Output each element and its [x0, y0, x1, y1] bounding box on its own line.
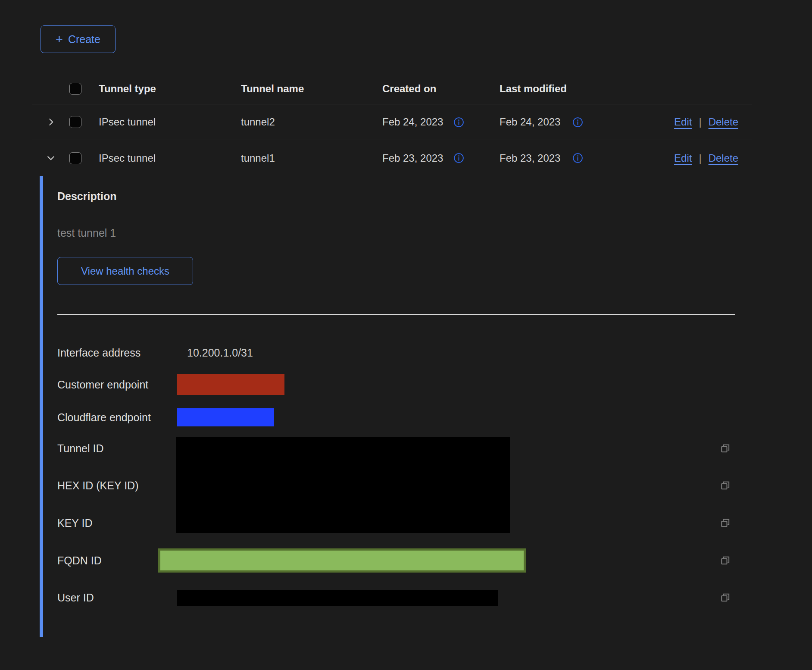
- key-id-label: KEY ID: [57, 517, 93, 529]
- created-on-cell: Feb 24, 2023: [382, 116, 443, 128]
- create-button[interactable]: + Create: [41, 25, 116, 53]
- user-id-label: User ID: [57, 592, 94, 604]
- fqdn-id-redacted-value: [158, 548, 526, 573]
- row-checkbox[interactable]: [69, 116, 81, 128]
- cloudflare-endpoint-label: Cloudflare endpoint: [57, 411, 151, 424]
- info-icon[interactable]: [453, 153, 464, 163]
- info-icon[interactable]: [453, 117, 464, 128]
- view-health-checks-button[interactable]: View health checks: [57, 257, 193, 285]
- table-row: IPsec tunnel tunnel2 Feb 24, 2023 Feb 24…: [32, 104, 752, 140]
- tunnel-id-label: Tunnel ID: [57, 442, 103, 455]
- ids-redacted-block: [176, 437, 510, 533]
- customer-endpoint-label: Customer endpoint: [57, 379, 148, 391]
- table-row: IPsec tunnel tunnel1 Feb 23, 2023 Feb 23…: [32, 140, 752, 176]
- customer-endpoint-redacted-value: [177, 374, 284, 395]
- delete-link[interactable]: Delete: [709, 116, 738, 128]
- row-checkbox[interactable]: [69, 152, 81, 164]
- create-button-label: Create: [68, 33, 100, 46]
- cloudflare-endpoint-redacted-value: [177, 408, 274, 426]
- copy-icon[interactable]: [719, 554, 731, 567]
- select-all-checkbox[interactable]: [69, 83, 81, 95]
- description-value: test tunnel 1: [57, 227, 116, 239]
- description-label: Description: [57, 190, 117, 203]
- copy-icon[interactable]: [719, 517, 731, 529]
- delete-link[interactable]: Delete: [709, 152, 738, 164]
- edit-link[interactable]: Edit: [674, 152, 692, 164]
- user-id-redacted-value: [177, 590, 498, 606]
- last-modified-cell: Feb 23, 2023: [500, 152, 560, 164]
- copy-icon[interactable]: [719, 592, 731, 604]
- section-divider: [57, 314, 735, 315]
- header-created-on: Created on: [382, 83, 500, 95]
- table-header-row: Tunnel type Tunnel name Created on Last …: [32, 73, 752, 104]
- tunnel-type-cell: IPsec tunnel: [99, 116, 241, 128]
- copy-icon[interactable]: [719, 442, 731, 454]
- tunnel-name-cell: tunnel2: [241, 116, 382, 128]
- header-tunnel-name: Tunnel name: [241, 83, 382, 95]
- tunnels-table: Tunnel type Tunnel name Created on Last …: [32, 73, 752, 637]
- info-icon[interactable]: [572, 153, 583, 163]
- actions-separator: |: [699, 152, 701, 164]
- copy-icon[interactable]: [719, 479, 731, 492]
- expanded-tunnel-panel: Description test tunnel 1 View health ch…: [40, 176, 752, 637]
- fqdn-id-label: FQDN ID: [57, 554, 102, 567]
- tunnel-type-cell: IPsec tunnel: [99, 152, 241, 164]
- created-on-cell: Feb 23, 2023: [382, 152, 443, 164]
- interface-address-label: Interface address: [57, 347, 141, 359]
- last-modified-cell: Feb 24, 2023: [500, 116, 560, 128]
- tunnels-page: + Create Tunnel type Tunnel name Created…: [0, 0, 812, 670]
- edit-link[interactable]: Edit: [674, 116, 692, 128]
- header-tunnel-type: Tunnel type: [99, 83, 241, 95]
- plus-icon: +: [56, 33, 63, 46]
- actions-separator: |: [699, 116, 701, 128]
- chevron-down-icon[interactable]: [46, 153, 56, 163]
- view-health-checks-label: View health checks: [81, 265, 169, 277]
- chevron-right-icon[interactable]: [46, 117, 56, 127]
- interface-address-value: 10.200.1.0/31: [187, 347, 253, 359]
- tunnel-name-cell: tunnel1: [241, 152, 382, 164]
- hex-id-label: HEX ID (KEY ID): [57, 479, 138, 492]
- header-last-modified: Last modified: [500, 83, 642, 95]
- info-icon[interactable]: [572, 117, 583, 128]
